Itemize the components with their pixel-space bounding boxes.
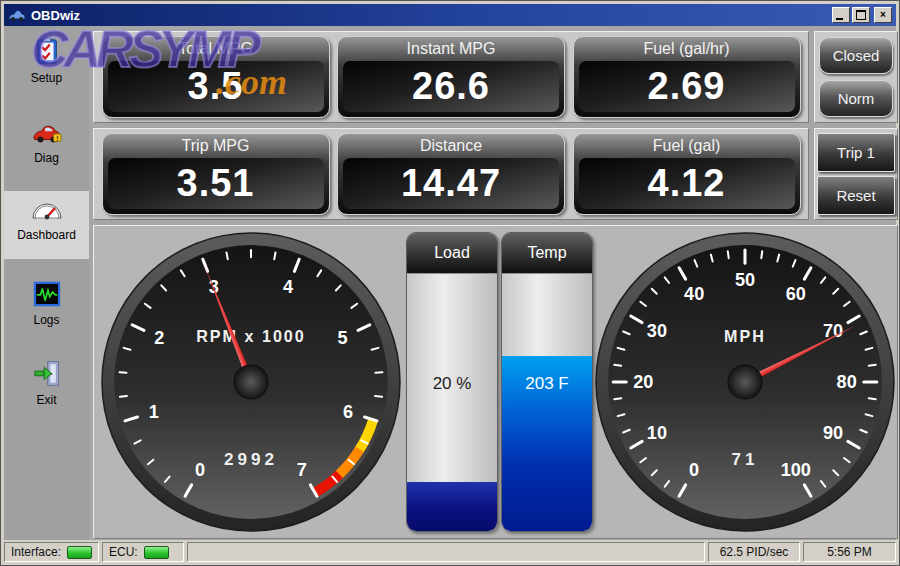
close-button[interactable]: × bbox=[874, 7, 892, 23]
display-screen: 3.5 bbox=[108, 61, 324, 112]
display-row-2: Trip MPG 3.51 Distance 14.47 Fuel (gal) … bbox=[93, 128, 809, 220]
setup-icon bbox=[33, 37, 61, 65]
svg-text:100: 100 bbox=[781, 460, 811, 480]
interface-led-icon bbox=[67, 546, 92, 559]
gauge-readout: 71 bbox=[731, 450, 758, 469]
fuel-rate-display: Fuel (gal/hr) 2.69 bbox=[573, 36, 801, 118]
svg-text:60: 60 bbox=[786, 284, 806, 304]
ecu-led-icon bbox=[144, 546, 169, 559]
svg-text:30: 30 bbox=[647, 321, 667, 341]
svg-text:6: 6 bbox=[343, 402, 353, 422]
display-row-1: Total MPG 3.5 Instant MPG 26.6 Fuel (gal… bbox=[93, 31, 809, 123]
display-label: Fuel (gal) bbox=[574, 137, 800, 155]
sidebar-item-label: Logs bbox=[4, 313, 89, 327]
sidebar-item-setup[interactable]: Setup bbox=[4, 32, 89, 85]
display-value: 3.51 bbox=[177, 162, 255, 205]
gauge-unit-label: RPM x 1000 bbox=[196, 327, 306, 345]
display-value: 2.69 bbox=[648, 65, 726, 108]
bar-body: 203 F bbox=[502, 274, 592, 531]
exit-door-icon bbox=[33, 359, 61, 387]
sidebar-item-logs[interactable]: Logs bbox=[4, 276, 89, 327]
svg-text:50: 50 bbox=[735, 270, 755, 290]
display-screen: 3.51 bbox=[108, 158, 324, 209]
svg-text:40: 40 bbox=[684, 284, 704, 304]
waveform-icon bbox=[33, 281, 61, 307]
display-label: Fuel (gal/hr) bbox=[574, 40, 800, 58]
display-screen: 4.12 bbox=[579, 158, 795, 209]
gauge-icon bbox=[30, 196, 64, 222]
app-car-icon bbox=[8, 9, 26, 22]
car-icon: ! bbox=[32, 121, 62, 145]
svg-text:90: 90 bbox=[823, 423, 843, 443]
maximize-button[interactable] bbox=[852, 7, 870, 23]
bar-fill bbox=[407, 482, 497, 531]
total-mpg-display: Total MPG 3.5 bbox=[102, 36, 330, 118]
sidebar-item-exit[interactable]: Exit bbox=[4, 354, 89, 407]
ecu-label: ECU: bbox=[109, 545, 138, 559]
bar-body: 20 % bbox=[407, 274, 497, 531]
mph-gauge: 0102030405060708090100MPH71 bbox=[594, 231, 896, 533]
svg-text:80: 80 bbox=[837, 372, 857, 392]
trip-mpg-display: Trip MPG 3.51 bbox=[102, 133, 330, 215]
display-value: 4.12 bbox=[648, 162, 726, 205]
bar-label: Load bbox=[407, 233, 497, 274]
interface-label: Interface: bbox=[11, 545, 61, 559]
obdwiz-window: OBDwiz × Setup ! bbox=[0, 0, 900, 566]
sidebar: Setup ! Diag Dashboard bbox=[4, 26, 90, 540]
maximize-icon bbox=[856, 10, 866, 20]
norm-button[interactable]: Norm bbox=[819, 80, 893, 117]
display-label: Instant MPG bbox=[338, 40, 564, 58]
interface-status: Interface: bbox=[4, 542, 99, 562]
display-value: 3.5 bbox=[188, 65, 244, 108]
svg-text:70: 70 bbox=[823, 321, 843, 341]
instant-mpg-display: Instant MPG 26.6 bbox=[337, 36, 565, 118]
display-label: Trip MPG bbox=[103, 137, 329, 155]
close-icon: × bbox=[880, 10, 886, 20]
sidebar-item-label: Setup bbox=[4, 71, 89, 85]
title-bar: OBDwiz × bbox=[4, 4, 896, 26]
svg-text:7: 7 bbox=[297, 460, 307, 480]
trip-buttons: Trip 1 Reset bbox=[814, 128, 898, 220]
gauge-panel: 01234567RPM x 10002992 Load 20 % Temp 20… bbox=[93, 225, 898, 539]
distance-display: Distance 14.47 bbox=[337, 133, 565, 215]
sidebar-item-dashboard[interactable]: Dashboard bbox=[4, 191, 89, 259]
display-value: 14.47 bbox=[401, 162, 501, 205]
bar-value: 20 % bbox=[407, 374, 497, 394]
clock: 5:56 PM bbox=[803, 542, 896, 562]
svg-text:4: 4 bbox=[283, 277, 293, 297]
load-bar-gauge: Load 20 % bbox=[406, 232, 498, 532]
closed-loop-button[interactable]: Closed bbox=[819, 37, 893, 74]
display-screen: 26.6 bbox=[343, 61, 559, 112]
svg-text:2: 2 bbox=[154, 328, 164, 348]
display-value: 26.6 bbox=[412, 65, 490, 108]
svg-text:!: ! bbox=[56, 135, 58, 142]
svg-text:0: 0 bbox=[689, 460, 699, 480]
dashboard-main: Total MPG 3.5 Instant MPG 26.6 Fuel (gal… bbox=[89, 26, 896, 540]
gauge-unit-label: MPH bbox=[724, 327, 766, 345]
display-label: Distance bbox=[338, 137, 564, 155]
gauge-hub bbox=[728, 365, 762, 399]
bar-label: Temp bbox=[502, 233, 592, 274]
trip-reset-button[interactable]: Reset bbox=[817, 176, 895, 215]
svg-text:20: 20 bbox=[633, 372, 653, 392]
display-screen: 14.47 bbox=[343, 158, 559, 209]
sidebar-item-diag[interactable]: ! Diag bbox=[4, 116, 89, 165]
svg-text:0: 0 bbox=[195, 460, 205, 480]
minimize-button[interactable] bbox=[832, 7, 850, 23]
svg-text:10: 10 bbox=[647, 423, 667, 443]
display-screen: 2.69 bbox=[579, 61, 795, 112]
sidebar-item-label: Dashboard bbox=[4, 228, 89, 242]
pid-rate: 62.5 PID/sec bbox=[708, 542, 800, 562]
temp-bar-gauge: Temp 203 F bbox=[501, 232, 593, 532]
status-spacer bbox=[187, 542, 705, 562]
fuel-used-display: Fuel (gal) 4.12 bbox=[573, 133, 801, 215]
rpm-gauge: 01234567RPM x 10002992 bbox=[100, 231, 402, 533]
sidebar-item-label: Exit bbox=[4, 393, 89, 407]
status-bar: Interface: ECU: 62.5 PID/sec 5:56 PM bbox=[4, 540, 896, 562]
svg-text:1: 1 bbox=[149, 402, 159, 422]
display-label: Total MPG bbox=[103, 40, 329, 58]
bar-value: 203 F bbox=[502, 374, 592, 394]
gauge-readout: 2992 bbox=[224, 450, 278, 469]
ecu-status: ECU: bbox=[102, 542, 184, 562]
trip-select-button[interactable]: Trip 1 bbox=[817, 133, 895, 172]
